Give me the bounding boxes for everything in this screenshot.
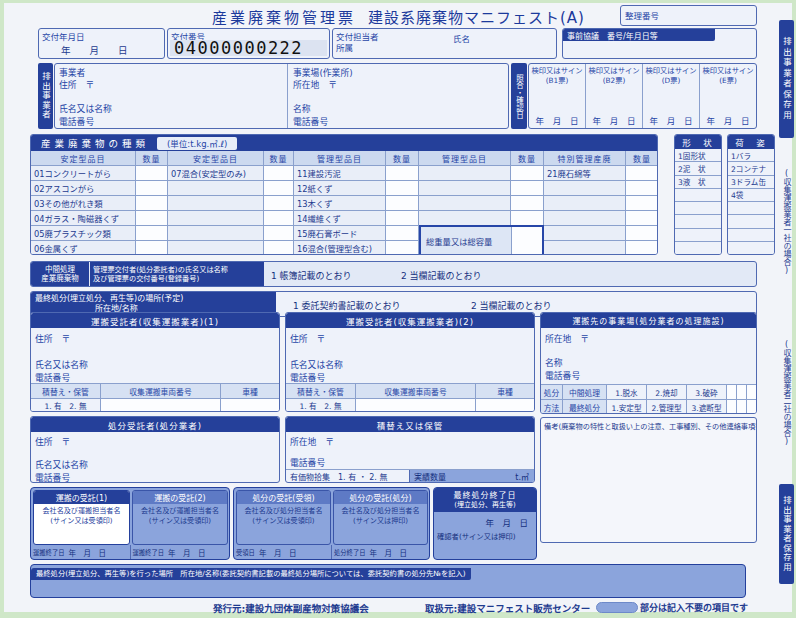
final-end-box[interactable]: 最終処分終了日 (埋立処分、再生等) 年 月 日 確認者(サイン又は押印) (433, 487, 537, 560)
total-weight-value-cell[interactable] (511, 227, 542, 254)
packing-item[interactable] (728, 242, 774, 254)
method-empty-cell[interactable] (747, 384, 756, 399)
qty-cell[interactable] (511, 196, 544, 211)
qty-cell[interactable] (136, 211, 168, 226)
final-place-actual-band[interactable]: 最終処分(埋立処分、再生等)を行った場所 所在地/名称(委託契約書記載の最終処分… (30, 564, 746, 598)
stamp-col-e[interactable]: 検印又はサイン (E票) 年 月 日 (700, 64, 756, 128)
packing-header: 荷 姿 (728, 135, 774, 149)
method-empty-cell[interactable] (727, 384, 737, 399)
shape-item[interactable] (675, 242, 721, 254)
qty-cell[interactable] (264, 211, 294, 226)
shape-item[interactable] (675, 189, 721, 202)
shape-item[interactable] (675, 202, 721, 215)
destination-body[interactable]: 所在地 〒 名称 電話番号 処分 中間処理 1.脱水 2.焼却 3.破砕 方法 … (541, 328, 756, 414)
qty-cell[interactable] (136, 226, 168, 241)
disposer-body[interactable]: 住所 〒 氏名又は名称 電話番号 (31, 432, 279, 483)
carrier1-transship-options[interactable]: 1. 有 2. 無 (31, 398, 101, 412)
receipt-box-3[interactable]: 処分の受託(受領) 会社名及び処分担当者名 (サイン又は受領印) (236, 490, 331, 545)
method-option[interactable]: 1.脱水 (607, 384, 647, 399)
valuables-options[interactable]: 1. 有 ・ 2. 無 (338, 471, 387, 482)
stamp-col-b1[interactable]: 検印又はサイン (B1票) 年 月 日 (529, 64, 586, 128)
carrier2-vtype-cell[interactable] (476, 398, 534, 412)
qty-cell[interactable] (136, 166, 168, 181)
qty-cell[interactable] (386, 196, 419, 211)
waste-item (544, 181, 626, 196)
qty-cell[interactable] (264, 241, 294, 255)
method-option[interactable]: 3.破砕 (687, 384, 727, 399)
receipt-box-2[interactable]: 運搬の受託(2) 会社名及び運搬担当者名 (サイン又は受領印) (132, 490, 228, 545)
receipt3-line2: (サイン又は受領印) (237, 516, 330, 526)
transport1-date[interactable]: 運搬終了日 年 月 日 (31, 545, 130, 559)
method-empty-cell[interactable] (737, 384, 747, 399)
qty-cell[interactable] (264, 166, 294, 181)
shape-item[interactable] (675, 229, 721, 242)
prior-consult-box[interactable]: 事前協議 番号/年月日等 (562, 28, 757, 59)
qty-cell[interactable] (626, 166, 658, 181)
method-option[interactable]: 2.管理型 (647, 399, 687, 414)
receipt-box-1[interactable]: 運搬の受託(1) 会社名及び運搬担当者名 (サイン又は受領印) (33, 490, 130, 545)
packing-item[interactable] (728, 229, 774, 242)
carrier1-body[interactable]: 住所 〒 氏名又は名称 電話番号 積替え・保管 収集運搬車両番号 車種 1. 有… (31, 328, 279, 412)
disposal-date[interactable]: 処分終了日 年 月 日 (331, 545, 429, 559)
disposal-date-value: 年 月 日 (369, 547, 407, 558)
qty-cell[interactable] (386, 211, 419, 226)
packing-item[interactable] (728, 202, 774, 215)
ref-number-box[interactable]: 整理番号 (620, 5, 757, 26)
qty-cell[interactable] (264, 181, 294, 196)
transport2-date-label: 運搬終了日 (133, 548, 164, 557)
stamp-col-b2[interactable]: 検印又はサイン (B2票) 年 月 日 (586, 64, 643, 128)
remarks-box[interactable]: 備考(廃棄物の特性と取扱い上の注意、工事種別、その他連絡事項等) (540, 417, 757, 543)
carrier1-vtype-cell[interactable] (221, 398, 279, 412)
disposer-address-label: 住所 〒 (35, 435, 70, 448)
valuables-label: 有価物拾集 (290, 471, 330, 482)
method-empty-cell[interactable] (727, 399, 737, 414)
qty-cell[interactable] (511, 211, 544, 226)
qty-cell[interactable] (511, 181, 544, 196)
qty-cell[interactable] (626, 241, 658, 255)
waste-item: 12紙くず (294, 181, 386, 196)
issue-date-box[interactable]: 交付年月日 年 月 日 (38, 28, 165, 59)
shape-table: 形 状 1固形状 2泥 状 3液 状 (674, 134, 722, 255)
qty-cell[interactable] (386, 226, 419, 241)
issue-date-label: 交付年月日 (42, 30, 85, 42)
shape-item[interactable] (675, 215, 721, 228)
method-empty-cell[interactable] (737, 399, 747, 414)
final-place-option-1[interactable]: 1 委託契約書記載のとおり (293, 299, 401, 312)
transport2-date[interactable]: 運搬終了日 年 月 日 (130, 545, 230, 559)
discharger-box[interactable]: 事業者 住所 〒 氏名又は名称 電話番号 事業場(作業所) 所在地 〒 名称 電… (54, 63, 509, 129)
qty-cell[interactable] (386, 166, 419, 181)
qty-cell[interactable] (626, 181, 658, 196)
transship-body[interactable]: 所在地 〒 電話番号 有価物拾集 1. 有 ・ 2. 無 実績数量 t.㎥ (286, 432, 534, 483)
qty-cell[interactable] (264, 226, 294, 241)
qty-cell[interactable] (386, 241, 419, 255)
carrier2-transship-options[interactable]: 1. 有 2. 無 (286, 398, 356, 412)
method-empty-cell[interactable] (747, 399, 756, 414)
qty-cell[interactable] (386, 181, 419, 196)
method-option[interactable]: 2.焼却 (647, 384, 687, 399)
qty-cell[interactable] (136, 181, 168, 196)
carrier2-vehicle-cell[interactable] (356, 398, 476, 412)
qty-cell[interactable] (136, 196, 168, 211)
method-option[interactable]: 1.安定型 (607, 399, 647, 414)
intermediate-band: 中間処理 産業廃棄物 管理票交付者(処分委託者)の氏名又は名称 及び管理票の交付… (30, 261, 757, 287)
carrier2-body[interactable]: 住所 〒 氏名又は名称 電話番号 積替え・保管 収集運搬車両番号 車種 1. 有… (286, 328, 534, 412)
qty-cell[interactable] (136, 241, 168, 255)
qty-cell[interactable] (626, 211, 658, 226)
issue-officer-box[interactable]: 交付担当者 所属 氏名 (332, 28, 557, 59)
final-place-option-2[interactable]: 2 当欄記載のとおり (471, 299, 552, 312)
stamp-col-d[interactable]: 検印又はサイン (D票) 年 月 日 (643, 64, 700, 128)
waste-item: 02アスコンがら (31, 181, 136, 196)
qty-cell[interactable] (626, 226, 658, 241)
intermediate-option-2[interactable]: 2 当欄記載のとおり (401, 269, 482, 282)
waste-item (419, 211, 511, 226)
receipt-box-4[interactable]: 処分の受託(処分) 会社名及び処分担当者名 (サイン又は押印) (333, 490, 428, 545)
intermediate-option-1[interactable]: 1 帳簿記載のとおり (271, 269, 352, 282)
qty-cell[interactable] (626, 196, 658, 211)
method-option[interactable]: 3.遮断型 (687, 399, 727, 414)
carrier1-vehicle-cell[interactable] (101, 398, 221, 412)
receive-date[interactable]: 受領日 年 月 日 (234, 545, 331, 559)
qty-cell[interactable] (511, 166, 544, 181)
packing-item[interactable] (728, 215, 774, 228)
qty-cell[interactable] (264, 196, 294, 211)
waste-item (419, 181, 511, 196)
